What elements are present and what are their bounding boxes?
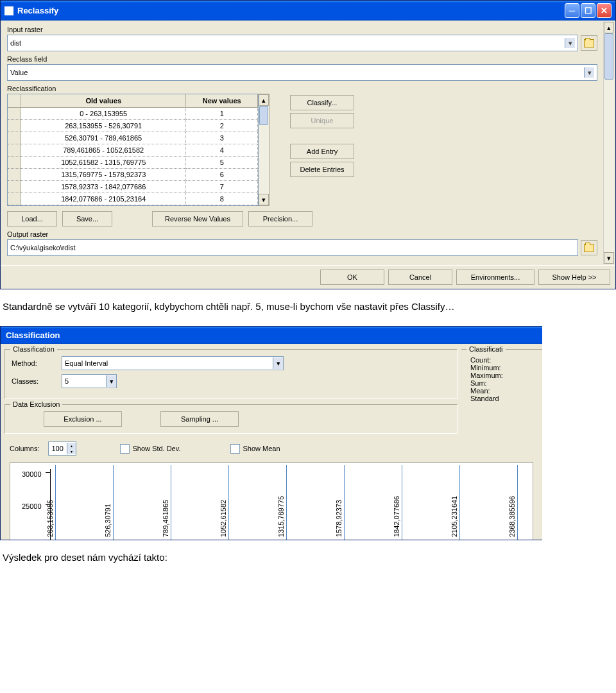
classes-combo[interactable]: 5 ▾ <box>62 374 117 388</box>
output-raster-input[interactable]: C:\výuka\giseko\rdist <box>7 239 578 256</box>
checkbox-icon <box>120 444 130 454</box>
cancel-button[interactable]: Cancel <box>388 270 452 285</box>
break-label: 1315,769775 <box>277 496 285 537</box>
break-line[interactable] <box>517 465 518 540</box>
table-row: 1315,769775 - 1578,923736 <box>8 169 258 181</box>
break-label: 263,153955 <box>46 500 54 537</box>
show-std-checkbox[interactable]: Show Std. Dev. <box>120 444 180 454</box>
table-row: 1842,077686 - 2105,231648 <box>8 193 258 205</box>
ok-button[interactable]: OK <box>320 270 384 285</box>
classes-value: 5 <box>65 377 69 385</box>
reclassification-label: Reclassification <box>7 85 597 92</box>
browse-output-button[interactable] <box>581 240 597 255</box>
stat-min: Minimum: <box>470 364 541 372</box>
scroll-thumb[interactable] <box>259 106 268 125</box>
group-legend: Classification <box>10 345 57 353</box>
break-line[interactable] <box>228 465 229 540</box>
input-raster-combo[interactable]: dist ▾ <box>7 35 578 51</box>
chevron-down-icon[interactable]: ▾ <box>584 67 594 78</box>
vertical-scrollbar[interactable]: ▴ ▾ <box>603 22 614 264</box>
show-mean-label: Show Mean <box>243 445 280 452</box>
save-button[interactable]: Save... <box>62 211 112 227</box>
dialog-buttons: OK Cancel Environments... Show Help >> <box>1 265 615 289</box>
scroll-up-icon[interactable]: ▴ <box>259 94 269 106</box>
sampling-button[interactable]: Sampling ... <box>160 411 239 427</box>
method-label: Method: <box>12 359 50 367</box>
break-line[interactable] <box>402 465 402 540</box>
scroll-down-icon[interactable]: ▾ <box>259 194 269 205</box>
load-button[interactable]: Load... <box>7 211 57 227</box>
reclass-table[interactable]: Old values New values 0 - 263,1539551 26… <box>7 94 259 206</box>
chevron-down-icon[interactable]: ▾ <box>565 38 575 48</box>
stat-max: Maximum: <box>470 372 541 379</box>
close-button[interactable]: ✕ <box>597 3 612 18</box>
y-tick: 25000 <box>22 502 42 510</box>
columns-spinner[interactable]: 100 ▴▾ <box>48 441 76 456</box>
delete-entries-button[interactable]: Delete Entries <box>290 162 354 177</box>
data-exclusion-group: Data Exclusion Exclusion ... Sampling ..… <box>4 404 458 434</box>
reclass-field-combo[interactable]: Value ▾ <box>7 64 597 81</box>
reclass-field-label: Reclass field <box>7 55 597 63</box>
table-row: 789,461865 - 1052,615824 <box>8 144 258 157</box>
chevron-down-icon[interactable]: ▾ <box>273 357 283 369</box>
break-label: 526,30791 <box>104 504 112 537</box>
minimize-button[interactable]: ─ <box>565 3 579 18</box>
break-label: 1052,61582 <box>219 500 227 537</box>
output-raster-value: C:\výuka\giseko\rdist <box>10 244 75 252</box>
browse-input-button[interactable] <box>581 35 597 51</box>
break-line[interactable] <box>286 465 287 540</box>
group-legend: Data Exclusion <box>10 400 62 408</box>
col-new-values[interactable]: New values <box>186 94 258 108</box>
stat-count: Count: <box>470 356 541 364</box>
show-help-button[interactable]: Show Help >> <box>538 270 610 285</box>
add-entry-button[interactable]: Add Entry <box>290 144 354 159</box>
maximize-button[interactable]: ☐ <box>581 3 595 18</box>
window-title: Classification <box>6 330 60 340</box>
histogram: 30000 25000 263,153955526,30791789,46186… <box>10 462 533 540</box>
stat-sum: Sum: <box>470 379 541 387</box>
break-label: 1842,077686 <box>393 496 400 537</box>
environments-button[interactable]: Environments... <box>456 270 535 285</box>
checkbox-icon <box>230 444 240 454</box>
stat-std: Standard <box>470 395 541 402</box>
folder-icon <box>584 39 594 47</box>
table-scrollbar[interactable]: ▴ ▾ <box>259 94 270 206</box>
classification-stats-group: Classificati Count: Minimum: Maximum: Su… <box>461 349 542 439</box>
table-row: 263,153955 - 526,307912 <box>8 120 258 132</box>
group-legend: Classificati <box>466 345 506 353</box>
body-text-2: Výsledek pro deset nám vychází takto: <box>0 540 616 574</box>
output-raster-label: Output raster <box>7 230 597 238</box>
tool-icon <box>4 6 13 15</box>
show-mean-checkbox[interactable]: Show Mean <box>230 444 280 454</box>
break-line[interactable] <box>459 465 460 540</box>
scroll-up-icon[interactable]: ▴ <box>604 22 614 33</box>
break-label: 789,461865 <box>162 500 169 537</box>
break-label: 2368,385596 <box>508 496 516 537</box>
col-old-values[interactable]: Old values <box>21 94 186 108</box>
folder-icon <box>584 244 594 252</box>
classification-group: Classification Method: Equal Interval ▾ … <box>4 349 458 399</box>
unique-button[interactable]: Unique <box>290 113 354 128</box>
y-tick: 30000 <box>22 470 42 478</box>
show-std-label: Show Std. Dev. <box>132 445 180 452</box>
scroll-down-icon[interactable]: ▾ <box>604 252 614 264</box>
precision-button[interactable]: Precision... <box>248 211 312 227</box>
break-label: 2105,231641 <box>450 496 458 537</box>
spin-down-icon[interactable]: ▾ <box>67 449 76 454</box>
break-line[interactable] <box>113 465 114 540</box>
table-row: 526,30791 - 789,4618653 <box>8 132 258 144</box>
break-line[interactable] <box>171 465 171 540</box>
exclusion-button[interactable]: Exclusion ... <box>44 411 122 427</box>
break-line[interactable] <box>344 465 345 540</box>
reverse-button[interactable]: Reverse New Values <box>152 211 243 227</box>
method-combo[interactable]: Equal Interval ▾ <box>62 356 284 370</box>
classify-button[interactable]: Classify... <box>290 95 354 110</box>
break-line[interactable] <box>55 465 56 540</box>
reclassify-window: Reclassify ─ ☐ ✕ ▴ ▾ Input raster dist ▾… <box>0 0 616 289</box>
scroll-thumb[interactable] <box>604 33 613 80</box>
table-row: 1578,92373 - 1842,0776867 <box>8 181 258 193</box>
chevron-down-icon[interactable]: ▾ <box>106 375 116 387</box>
classes-label: Classes: <box>12 377 50 385</box>
classification-window: Classification Classification Method: Eq… <box>0 326 542 540</box>
spin-up-icon[interactable]: ▴ <box>67 443 76 449</box>
